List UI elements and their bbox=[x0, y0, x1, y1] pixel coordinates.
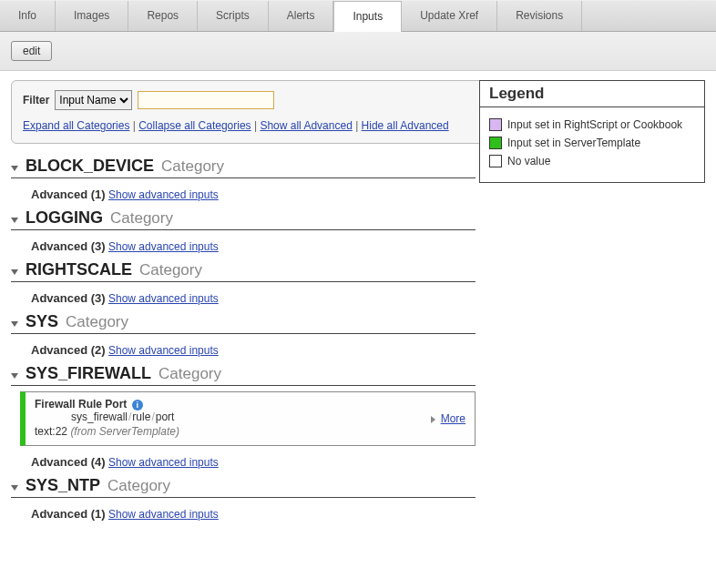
triangle-down-icon bbox=[11, 321, 18, 327]
legend-item-label: No value bbox=[507, 155, 550, 167]
tab-bar: Info Images Repos Scripts Alerts Inputs … bbox=[0, 0, 716, 32]
tab-update-xref[interactable]: Update Xref bbox=[402, 1, 497, 31]
category-suffix: Category bbox=[110, 209, 173, 228]
tab-inputs[interactable]: Inputs bbox=[333, 1, 402, 32]
category-suffix: Category bbox=[139, 261, 202, 279]
expand-all-link[interactable]: Expand all Categories bbox=[23, 119, 129, 132]
category-name: LOGGING bbox=[26, 208, 103, 228]
advanced-count-label: Advanced (2) bbox=[31, 343, 106, 357]
tab-scripts[interactable]: Scripts bbox=[198, 1, 269, 31]
category-name: SYS_FIREWALL bbox=[26, 364, 151, 383]
triangle-down-icon bbox=[11, 269, 18, 275]
show-all-advanced-link[interactable]: Show all Advanced bbox=[260, 119, 352, 132]
filter-field-select[interactable]: Input Name bbox=[55, 90, 132, 110]
categories-list: BLOCK_DEVICE Category Advanced (1) Show … bbox=[11, 157, 476, 521]
category: BLOCK_DEVICE Category Advanced (1) Show … bbox=[11, 157, 476, 201]
toolbar: edit bbox=[0, 32, 716, 71]
legend-item: Input set in ServerTemplate bbox=[489, 137, 695, 149]
category-name: SYS bbox=[26, 312, 58, 331]
category-header[interactable]: LOGGING Category bbox=[11, 208, 476, 230]
tab-alerts[interactable]: Alerts bbox=[269, 1, 334, 31]
collapse-all-link[interactable]: Collapse all Categories bbox=[138, 119, 251, 132]
show-advanced-link[interactable]: Show advanced inputs bbox=[108, 292, 219, 305]
category-suffix: Category bbox=[66, 313, 128, 331]
triangle-down-icon bbox=[11, 373, 18, 379]
more-link[interactable]: More bbox=[431, 412, 465, 425]
category-header[interactable]: BLOCK_DEVICE Category bbox=[11, 157, 476, 178]
category: SYS_FIREWALL Category Firewall Rule Port… bbox=[11, 364, 476, 469]
filter-label: Filter bbox=[23, 94, 49, 106]
tab-repos[interactable]: Repos bbox=[128, 1, 198, 31]
legend-item: No value bbox=[489, 155, 695, 167]
triangle-right-icon bbox=[431, 416, 435, 423]
legend-item-label: Input set in RightScript or Cookbook bbox=[507, 118, 682, 131]
show-advanced-link[interactable]: Show advanced inputs bbox=[108, 344, 219, 357]
category-header[interactable]: SYS_NTP Category bbox=[11, 476, 476, 498]
hide-all-advanced-link[interactable]: Hide all Advanced bbox=[362, 119, 449, 132]
triangle-down-icon bbox=[11, 166, 18, 171]
filter-input[interactable] bbox=[138, 91, 274, 109]
input-path: sys_firewall/rule/port bbox=[71, 411, 465, 423]
input-title: Firewall Rule Port bbox=[35, 398, 127, 411]
triangle-down-icon bbox=[11, 218, 18, 223]
category-header[interactable]: SYS Category bbox=[11, 312, 476, 334]
category-name: RIGHTSCALE bbox=[26, 260, 132, 279]
category-name: BLOCK_DEVICE bbox=[26, 157, 154, 176]
category-header[interactable]: SYS_FIREWALL Category bbox=[11, 364, 476, 386]
show-advanced-link[interactable]: Show advanced inputs bbox=[108, 240, 219, 253]
tab-images[interactable]: Images bbox=[56, 1, 128, 31]
advanced-count-label: Advanced (4) bbox=[31, 455, 106, 469]
content-area: Filter Input Name Expand all Categories … bbox=[0, 71, 716, 533]
category: SYS_NTP Category Advanced (1) Show advan… bbox=[11, 476, 476, 521]
swatch-icon bbox=[489, 155, 502, 167]
legend-item-label: Input set in ServerTemplate bbox=[507, 137, 640, 149]
category: LOGGING Category Advanced (3) Show advan… bbox=[11, 208, 476, 253]
advanced-count-label: Advanced (1) bbox=[31, 188, 106, 201]
swatch-icon bbox=[489, 118, 502, 131]
legend-item: Input set in RightScript or Cookbook bbox=[489, 118, 695, 131]
category-name: SYS_NTP bbox=[26, 476, 100, 495]
advanced-count-label: Advanced (3) bbox=[31, 239, 106, 253]
category-header[interactable]: RIGHTSCALE Category bbox=[11, 260, 476, 282]
info-icon[interactable]: i bbox=[132, 400, 143, 411]
legend-panel: Legend Input set in RightScript or Cookb… bbox=[479, 80, 705, 183]
category: RIGHTSCALE Category Advanced (3) Show ad… bbox=[11, 260, 476, 305]
category-suffix: Category bbox=[107, 477, 170, 495]
category-suffix: Category bbox=[161, 157, 224, 176]
category: SYS Category Advanced (2) Show advanced … bbox=[11, 312, 476, 357]
category-suffix: Category bbox=[159, 365, 221, 383]
legend-title: Legend bbox=[480, 81, 704, 107]
triangle-down-icon bbox=[11, 485, 18, 491]
swatch-icon bbox=[489, 137, 502, 149]
advanced-count-label: Advanced (1) bbox=[31, 507, 106, 521]
input-card-firewall-rule-port: Firewall Rule Port i sys_firewall/rule/p… bbox=[20, 391, 476, 446]
advanced-count-label: Advanced (3) bbox=[31, 291, 106, 305]
tab-revisions[interactable]: Revisions bbox=[497, 1, 582, 31]
show-advanced-link[interactable]: Show advanced inputs bbox=[108, 456, 219, 469]
input-value: text:22 (from ServerTemplate) bbox=[35, 425, 465, 438]
show-advanced-link[interactable]: Show advanced inputs bbox=[108, 508, 219, 521]
edit-button[interactable]: edit bbox=[11, 41, 52, 61]
show-advanced-link[interactable]: Show advanced inputs bbox=[108, 188, 219, 201]
tab-info[interactable]: Info bbox=[0, 1, 56, 31]
